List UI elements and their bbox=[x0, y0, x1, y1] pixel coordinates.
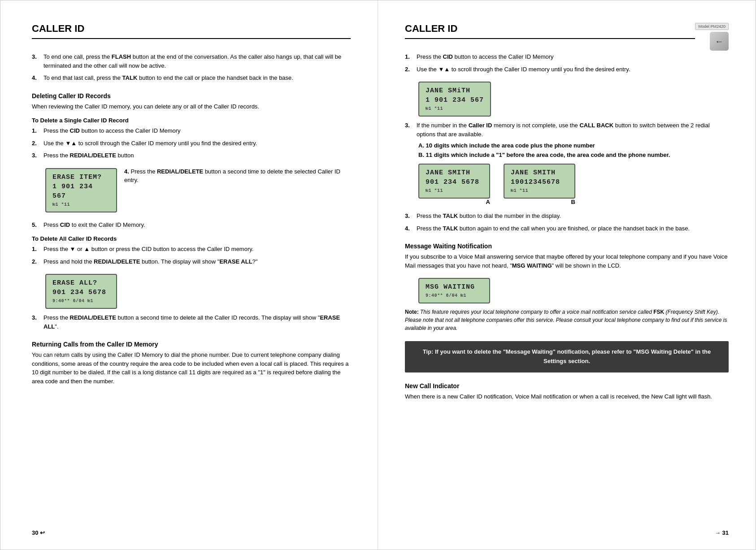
main-lcd-status: №1 ᵐ11 bbox=[426, 106, 484, 112]
return-heading: Returning Calls from the Caller ID Memor… bbox=[32, 341, 351, 348]
erase-all-lcd-line1: ERASE ALL? bbox=[52, 278, 110, 288]
tip-text: Tip: If you want to delete the "Message … bbox=[423, 348, 711, 364]
new-call-heading: New Call Indicator bbox=[405, 382, 729, 390]
lcd-a-status: №1 ᵐ11 bbox=[426, 188, 483, 194]
left-item-4: 4. To end that last call, press the TALK… bbox=[32, 74, 351, 82]
lcd-b-line1: JANE SMITH bbox=[511, 168, 568, 178]
erase-lcd-line1: ERASE ITEM? bbox=[52, 173, 110, 182]
msg-waiting-lcd: MSG WAITING 9:40ᵃᵐ 6/04 №1 bbox=[418, 278, 490, 303]
left-page-number: 30 ↩ bbox=[32, 529, 45, 536]
msg-lcd-status: 9:40ᵃᵐ 6/04 №1 bbox=[426, 293, 483, 299]
lcd-a-line1: JANE SMITH bbox=[426, 168, 483, 178]
lcd-b: JANE SMITH 19012345678 №1 ᵐ11 bbox=[504, 164, 575, 199]
right-step-1: 1. Press the CID button to access the Ca… bbox=[405, 52, 729, 61]
right-page-number: → 31 bbox=[715, 529, 729, 536]
all-step-2: 2. Press and hold the REDIAL/DELETE butt… bbox=[32, 257, 351, 266]
msg-lcd-line1: MSG WAITING bbox=[426, 282, 483, 292]
single-step-3: 3. Press the REDIAL/DELETE button bbox=[32, 151, 351, 160]
right-step-3: 3. If the number in the Caller ID memory… bbox=[405, 121, 729, 139]
erase-single-lcd: ERASE ITEM? 1 901 234 567 №1 ᵐ11 bbox=[45, 168, 117, 212]
delete-heading: Deleting Caller ID Records bbox=[32, 92, 351, 100]
main-caller-lcd: JANE SMiTH 1 901 234 567 №1 ᵐ11 bbox=[418, 82, 491, 117]
tip-box: Tip: If you want to delete the "Message … bbox=[405, 341, 729, 372]
lcd-a-line2: 901 234 5678 bbox=[426, 178, 483, 187]
return-text: You can return calls by using the Caller… bbox=[32, 351, 351, 385]
note-text: Note: This feature requires your local t… bbox=[405, 308, 729, 332]
all-heading: To Delete All Caller ID Records bbox=[32, 235, 351, 242]
main-lcd-line2: 1 901 234 567 bbox=[426, 95, 484, 105]
erase-lcd-line2: 1 901 234 567 bbox=[52, 182, 110, 201]
model-label: Model PM2420 bbox=[695, 23, 729, 30]
left-page: CALLER ID 3. To end one call, press the … bbox=[0, 0, 378, 550]
msg-heading: Message Waiting Notification bbox=[405, 243, 729, 250]
right-title-area: CALLER ID bbox=[405, 23, 695, 52]
sub-items: A. 10 digits which include the area code… bbox=[418, 142, 729, 158]
lcd-b-container: JANE SMITH 19012345678 №1 ᵐ11 B bbox=[504, 164, 575, 206]
right-page: CALLER ID Model PM2420 ← 1. Press the CI… bbox=[378, 0, 756, 550]
delete-intro: When reviewing the Caller ID memory, you… bbox=[32, 102, 351, 111]
erase-lcd-row: ERASE ITEM? 1 901 234 567 №1 ᵐ11 4. Pres… bbox=[32, 164, 351, 217]
lcd-b-line2: 19012345678 bbox=[511, 178, 568, 187]
lcd-a: JANE SMITH 901 234 5678 №1 ᵐ11 bbox=[418, 164, 490, 199]
all-step-1: 1. Press the ▼ or ▲ button or press the … bbox=[32, 245, 351, 254]
erase-all-lcd-status: 9:40ᵃᵐ 6/04 №1 bbox=[52, 298, 110, 304]
right-header: CALLER ID Model PM2420 ← bbox=[405, 23, 729, 52]
single-step-2: 2. Use the ▼▲ to scroll through the Call… bbox=[32, 139, 351, 148]
lcd-a-label: A bbox=[486, 199, 490, 205]
right-step-4: 4. Press the TALK button again to end th… bbox=[405, 224, 729, 233]
all-step-3: 3. Press the REDIAL/DELETE button a seco… bbox=[32, 313, 351, 331]
new-call-text: When there is a new Caller ID notificati… bbox=[405, 392, 729, 401]
erase-all-lcd: ERASE ALL? 901 234 5678 9:40ᵃᵐ 6/04 №1 bbox=[45, 274, 117, 309]
single-step-1: 1. Press the CID button to access the Ca… bbox=[32, 126, 351, 135]
single-step-5: 5. Press CID to exit the Caller ID Memor… bbox=[32, 221, 351, 230]
main-lcd-line1: JANE SMiTH bbox=[426, 86, 484, 95]
erase-all-lcd-line2: 901 234 5678 bbox=[52, 288, 110, 297]
single-heading: To Delete a Single Caller ID Record bbox=[32, 117, 351, 124]
single-step-4: 4. Press the REDIAL/DELETE button a seco… bbox=[124, 164, 351, 185]
lcd-ab-row: JANE SMITH 901 234 5678 №1 ᵐ11 A JANE SM… bbox=[418, 164, 729, 206]
right-step-3b: 3. Press the TALK button to dial the num… bbox=[405, 212, 729, 221]
lcd-a-container: JANE SMITH 901 234 5678 №1 ᵐ11 A bbox=[418, 164, 490, 206]
msg-intro: If you subscribe to a Voice Mail answeri… bbox=[405, 252, 729, 270]
right-step-2: 2. Use the ▼▲ to scroll through the Call… bbox=[405, 65, 729, 74]
left-item-3: 3. To end one call, press the FLASH butt… bbox=[32, 52, 351, 70]
erase-lcd-status: №1 ᵐ11 bbox=[52, 202, 110, 208]
model-area: Model PM2420 ← bbox=[695, 23, 729, 51]
left-page-title: CALLER ID bbox=[32, 23, 351, 39]
right-page-title: CALLER ID bbox=[405, 23, 695, 39]
lcd-b-label: B bbox=[571, 199, 575, 205]
back-button[interactable]: ← bbox=[710, 32, 729, 51]
lcd-b-status: №1 ᵐ11 bbox=[511, 188, 568, 194]
